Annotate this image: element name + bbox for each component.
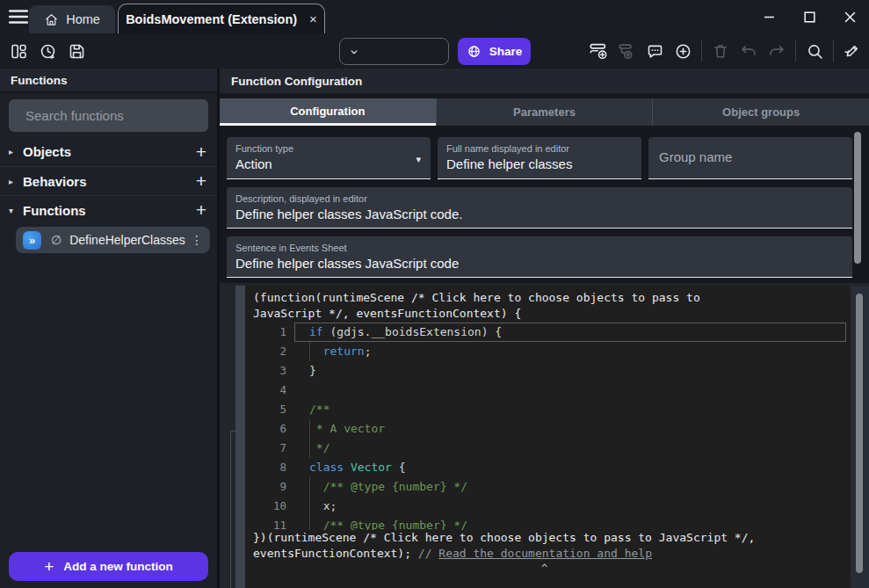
code-line[interactable]: 5/** xyxy=(245,400,851,419)
dropdown-caret-icon: ▾ xyxy=(416,154,421,165)
configuration-form: Function type Action ▾ Full name display… xyxy=(227,137,852,286)
event-drag-handle[interactable] xyxy=(235,283,245,588)
close-icon xyxy=(844,11,856,23)
code-line[interactable]: 1if (gdjs.__boidsExtension) { xyxy=(245,323,851,342)
preview-button[interactable]: Preview xyxy=(339,38,449,65)
add-behavior-button[interactable]: + xyxy=(196,172,206,190)
tab-home-label: Home xyxy=(66,12,100,26)
search-functions-input[interactable] xyxy=(25,108,200,123)
sidebar-section-behaviors[interactable]: ▸ Behaviors + xyxy=(0,166,217,195)
tab-object-groups[interactable]: Object groups xyxy=(652,98,869,126)
sidebar-section-objects[interactable]: ▸ Objects + xyxy=(0,137,217,166)
js-code-header[interactable]: (function(runtimeScene /* Click here to … xyxy=(253,290,844,321)
sentence-field[interactable]: Sentence in Events Sheet Define helper c… xyxy=(227,236,852,278)
code-line[interactable]: 10 x; xyxy=(245,497,851,516)
code-text: return; xyxy=(294,342,846,361)
main-menu-button[interactable] xyxy=(9,9,28,25)
js-footer-line-1: })(runtimeScene /* Click here to choose … xyxy=(253,531,755,544)
line-number: 7 xyxy=(245,439,286,458)
tab-parameters[interactable]: Parameters xyxy=(436,98,653,126)
code-line[interactable]: 9 /** @type {number} */ xyxy=(245,477,851,497)
toolbar-left xyxy=(9,33,86,69)
add-comment-button[interactable] xyxy=(645,41,664,61)
sidebar-panel-title: Functions xyxy=(11,74,68,87)
window-maximize-button[interactable] xyxy=(800,8,818,25)
tab-boidsmovement[interactable]: BoidsMovement (Extension) × xyxy=(118,4,325,33)
trash-icon xyxy=(712,42,729,60)
events-scrollbar[interactable] xyxy=(856,294,863,573)
function-type-value: Action xyxy=(227,154,431,171)
function-item-definehelperclasses[interactable]: » ∅ DefineHelperClasses ⋮ xyxy=(16,227,210,253)
undo-button[interactable] xyxy=(739,41,758,61)
event-indent-line xyxy=(230,431,231,588)
delete-button[interactable] xyxy=(711,41,730,61)
tab-object-groups-label: Object groups xyxy=(722,105,800,119)
share-button[interactable]: Share xyxy=(458,38,531,65)
code-line[interactable]: 2 return; xyxy=(245,342,851,361)
line-number: 2 xyxy=(245,342,286,361)
scroll-hint-caret[interactable]: ^ xyxy=(541,563,547,575)
tab-active-label: BoidsMovement (Extension) xyxy=(126,12,297,26)
tab-configuration[interactable]: Configuration xyxy=(220,98,436,126)
function-type-select[interactable]: Function type Action ▾ xyxy=(227,137,431,179)
window-minimize-button[interactable] xyxy=(760,8,778,25)
documentation-link[interactable]: Read the documentation and help xyxy=(438,547,652,560)
version-history-button[interactable] xyxy=(38,41,57,61)
chevron-down-icon xyxy=(348,46,360,58)
plus-icon: + xyxy=(44,557,54,577)
description-value: Define helper classes JavaScript code. xyxy=(227,204,852,221)
sidebar-section-functions[interactable]: ▾ Functions + xyxy=(0,195,217,224)
search-functions-box[interactable] xyxy=(9,99,208,132)
configuration-tabs: Configuration Parameters Object groups xyxy=(220,98,869,126)
line-number: 4 xyxy=(245,381,286,400)
section-objects-label: Objects xyxy=(23,144,196,159)
code-line[interactable]: 3} xyxy=(245,361,851,381)
tab-home[interactable]: Home xyxy=(29,5,115,33)
js-code-footer[interactable]: })(runtimeScene /* Click here to choose … xyxy=(253,530,846,561)
preview-options-dropdown[interactable] xyxy=(340,39,368,64)
code-text: } xyxy=(294,361,846,381)
tab-configuration-label: Configuration xyxy=(290,105,365,118)
add-function-plus-button[interactable]: + xyxy=(196,201,206,219)
indent-guide xyxy=(309,497,310,516)
add-other-event-button[interactable] xyxy=(673,41,692,61)
line-number: 10 xyxy=(245,497,286,516)
save-button[interactable] xyxy=(67,41,86,61)
main-panel-title: Function Configuration xyxy=(231,75,362,88)
toolbar-divider xyxy=(701,40,702,62)
js-footer-line-2: eventsFunctionContext); xyxy=(253,547,418,560)
events-code-pane: (function(runtimeScene /* Click here to … xyxy=(220,283,869,588)
code-line[interactable]: 8class Vector { xyxy=(245,458,851,477)
search-events-button[interactable] xyxy=(805,41,824,61)
window-close-button[interactable] xyxy=(841,8,858,25)
full-name-field[interactable]: Full name displayed in editor Define hel… xyxy=(438,137,641,179)
add-event-button[interactable] xyxy=(589,41,608,61)
code-line[interactable]: 7 */ xyxy=(245,439,851,458)
globe-icon xyxy=(467,44,482,59)
code-line[interactable]: 4 xyxy=(245,381,851,400)
tab-close-icon[interactable]: × xyxy=(309,11,317,26)
add-object-button[interactable]: + xyxy=(196,143,206,161)
chevron-right-icon: ▸ xyxy=(9,147,23,156)
circle-plus-icon xyxy=(674,42,692,61)
line-number: 1 xyxy=(245,323,286,342)
edit-extension-button[interactable] xyxy=(843,41,862,61)
add-subevent-button[interactable] xyxy=(617,41,636,61)
sidebar-tree: ▸ Objects + ▸ Behaviors + ▾ Functions + … xyxy=(0,137,217,253)
project-manager-button[interactable] xyxy=(9,41,28,61)
add-new-function-button[interactable]: + Add a new function xyxy=(9,552,208,581)
function-item-menu-button[interactable]: ⋮ xyxy=(191,233,203,247)
code-editor[interactable]: 1if (gdjs.__boidsExtension) {2 return;3}… xyxy=(245,323,851,532)
group-name-field[interactable]: Group name xyxy=(648,137,852,179)
undo-icon xyxy=(739,41,758,61)
code-line[interactable]: 6 * A vector xyxy=(245,419,851,439)
comment-icon xyxy=(646,42,664,61)
function-type-label: Function type xyxy=(227,137,431,154)
events-gutter xyxy=(220,283,235,588)
js-footer-comment-slashes: // xyxy=(418,547,438,560)
configuration-scrollbar[interactable] xyxy=(854,132,861,264)
redo-button[interactable] xyxy=(767,41,786,61)
description-field[interactable]: Description, displayed in editor Define … xyxy=(227,187,852,229)
code-text xyxy=(294,381,846,400)
section-functions-label: Functions xyxy=(23,203,196,218)
